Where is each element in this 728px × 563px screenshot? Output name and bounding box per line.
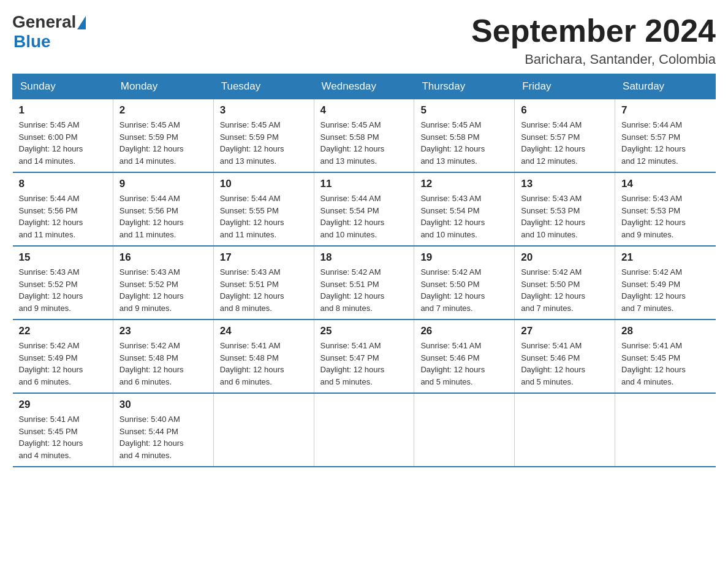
- day-number: 7: [621, 104, 709, 117]
- day-number: 3: [220, 104, 308, 117]
- day-number: 2: [119, 104, 207, 117]
- table-row: 29 Sunrise: 5:41 AM Sunset: 5:45 PM Dayl…: [13, 393, 113, 467]
- calendar-header-row: Sunday Monday Tuesday Wednesday Thursday…: [13, 74, 716, 99]
- day-info: Sunrise: 5:43 AM Sunset: 5:53 PM Dayligh…: [521, 193, 609, 240]
- table-row: 25 Sunrise: 5:41 AM Sunset: 5:47 PM Dayl…: [314, 320, 414, 393]
- day-info: Sunrise: 5:45 AM Sunset: 6:00 PM Dayligh…: [19, 119, 107, 167]
- calendar-title: September 2024: [471, 12, 716, 49]
- table-row: 17 Sunrise: 5:43 AM Sunset: 5:51 PM Dayl…: [213, 246, 314, 320]
- table-row: [314, 393, 414, 467]
- table-row: [615, 393, 716, 467]
- day-info: Sunrise: 5:41 AM Sunset: 5:46 PM Dayligh…: [521, 340, 609, 388]
- day-number: 8: [19, 178, 107, 190]
- calendar-week-row: 22 Sunrise: 5:42 AM Sunset: 5:49 PM Dayl…: [13, 320, 716, 393]
- table-row: 19 Sunrise: 5:42 AM Sunset: 5:50 PM Dayl…: [414, 246, 515, 320]
- col-monday: Monday: [113, 74, 213, 99]
- day-info: Sunrise: 5:42 AM Sunset: 5:49 PM Dayligh…: [19, 340, 107, 388]
- table-row: 11 Sunrise: 5:44 AM Sunset: 5:54 PM Dayl…: [314, 172, 414, 246]
- calendar-week-row: 1 Sunrise: 5:45 AM Sunset: 6:00 PM Dayli…: [13, 99, 716, 173]
- day-info: Sunrise: 5:41 AM Sunset: 5:46 PM Dayligh…: [420, 340, 508, 388]
- calendar-subtitle: Barichara, Santander, Colombia: [471, 52, 716, 67]
- table-row: [213, 393, 314, 467]
- day-info: Sunrise: 5:43 AM Sunset: 5:51 PM Dayligh…: [220, 266, 308, 314]
- table-row: 26 Sunrise: 5:41 AM Sunset: 5:46 PM Dayl…: [414, 320, 515, 393]
- day-number: 24: [220, 325, 308, 337]
- day-info: Sunrise: 5:45 AM Sunset: 5:59 PM Dayligh…: [220, 119, 308, 167]
- col-thursday: Thursday: [414, 74, 515, 99]
- day-number: 12: [420, 178, 508, 190]
- day-info: Sunrise: 5:42 AM Sunset: 5:49 PM Dayligh…: [621, 266, 709, 314]
- day-info: Sunrise: 5:43 AM Sunset: 5:52 PM Dayligh…: [119, 266, 207, 314]
- day-number: 30: [119, 399, 207, 411]
- table-row: [414, 393, 515, 467]
- day-number: 6: [521, 104, 609, 117]
- table-row: 10 Sunrise: 5:44 AM Sunset: 5:55 PM Dayl…: [213, 172, 314, 246]
- table-row: 4 Sunrise: 5:45 AM Sunset: 5:58 PM Dayli…: [314, 99, 414, 173]
- day-number: 4: [320, 104, 408, 117]
- day-info: Sunrise: 5:43 AM Sunset: 5:53 PM Dayligh…: [621, 193, 709, 240]
- day-info: Sunrise: 5:45 AM Sunset: 5:58 PM Dayligh…: [420, 119, 508, 167]
- day-number: 25: [320, 325, 408, 337]
- day-info: Sunrise: 5:43 AM Sunset: 5:54 PM Dayligh…: [420, 193, 508, 240]
- day-number: 1: [19, 104, 107, 117]
- logo-triangle-icon: [77, 16, 86, 29]
- day-info: Sunrise: 5:41 AM Sunset: 5:47 PM Dayligh…: [320, 340, 408, 388]
- col-sunday: Sunday: [13, 74, 113, 99]
- day-number: 11: [320, 178, 408, 190]
- day-number: 28: [621, 325, 709, 337]
- day-number: 18: [320, 251, 408, 264]
- table-row: 15 Sunrise: 5:43 AM Sunset: 5:52 PM Dayl…: [13, 246, 113, 320]
- day-info: Sunrise: 5:42 AM Sunset: 5:51 PM Dayligh…: [320, 266, 408, 314]
- title-block: September 2024 Barichara, Santander, Col…: [471, 12, 716, 67]
- logo-blue: Blue: [13, 32, 51, 52]
- day-info: Sunrise: 5:44 AM Sunset: 5:57 PM Dayligh…: [621, 119, 709, 167]
- day-info: Sunrise: 5:44 AM Sunset: 5:57 PM Dayligh…: [521, 119, 609, 167]
- day-info: Sunrise: 5:42 AM Sunset: 5:50 PM Dayligh…: [521, 266, 609, 314]
- logo: General Blue: [12, 12, 86, 52]
- day-info: Sunrise: 5:44 AM Sunset: 5:55 PM Dayligh…: [220, 193, 308, 240]
- table-row: 22 Sunrise: 5:42 AM Sunset: 5:49 PM Dayl…: [13, 320, 113, 393]
- calendar-table: Sunday Monday Tuesday Wednesday Thursday…: [12, 74, 716, 467]
- col-friday: Friday: [515, 74, 615, 99]
- table-row: 20 Sunrise: 5:42 AM Sunset: 5:50 PM Dayl…: [515, 246, 615, 320]
- day-number: 26: [420, 325, 508, 337]
- day-info: Sunrise: 5:45 AM Sunset: 5:59 PM Dayligh…: [119, 119, 207, 167]
- calendar-week-row: 8 Sunrise: 5:44 AM Sunset: 5:56 PM Dayli…: [13, 172, 716, 246]
- table-row: 24 Sunrise: 5:41 AM Sunset: 5:48 PM Dayl…: [213, 320, 314, 393]
- day-number: 21: [621, 251, 709, 264]
- calendar-week-row: 29 Sunrise: 5:41 AM Sunset: 5:45 PM Dayl…: [13, 393, 716, 467]
- table-row: 27 Sunrise: 5:41 AM Sunset: 5:46 PM Dayl…: [515, 320, 615, 393]
- day-number: 22: [19, 325, 107, 337]
- col-wednesday: Wednesday: [314, 74, 414, 99]
- day-number: 19: [420, 251, 508, 264]
- col-saturday: Saturday: [615, 74, 716, 99]
- table-row: 16 Sunrise: 5:43 AM Sunset: 5:52 PM Dayl…: [113, 246, 213, 320]
- table-row: 3 Sunrise: 5:45 AM Sunset: 5:59 PM Dayli…: [213, 99, 314, 173]
- day-info: Sunrise: 5:42 AM Sunset: 5:50 PM Dayligh…: [420, 266, 508, 314]
- table-row: 8 Sunrise: 5:44 AM Sunset: 5:56 PM Dayli…: [13, 172, 113, 246]
- day-number: 17: [220, 251, 308, 264]
- day-info: Sunrise: 5:43 AM Sunset: 5:52 PM Dayligh…: [19, 266, 107, 314]
- table-row: 18 Sunrise: 5:42 AM Sunset: 5:51 PM Dayl…: [314, 246, 414, 320]
- table-row: 30 Sunrise: 5:40 AM Sunset: 5:44 PM Dayl…: [113, 393, 213, 467]
- table-row: 6 Sunrise: 5:44 AM Sunset: 5:57 PM Dayli…: [515, 99, 615, 173]
- day-number: 23: [119, 325, 207, 337]
- table-row: 2 Sunrise: 5:45 AM Sunset: 5:59 PM Dayli…: [113, 99, 213, 173]
- table-row: 12 Sunrise: 5:43 AM Sunset: 5:54 PM Dayl…: [414, 172, 515, 246]
- day-number: 5: [420, 104, 508, 117]
- day-number: 20: [521, 251, 609, 264]
- day-info: Sunrise: 5:41 AM Sunset: 5:45 PM Dayligh…: [621, 340, 709, 388]
- table-row: 28 Sunrise: 5:41 AM Sunset: 5:45 PM Dayl…: [615, 320, 716, 393]
- table-row: 9 Sunrise: 5:44 AM Sunset: 5:56 PM Dayli…: [113, 172, 213, 246]
- day-number: 9: [119, 178, 207, 190]
- day-number: 13: [521, 178, 609, 190]
- table-row: 7 Sunrise: 5:44 AM Sunset: 5:57 PM Dayli…: [615, 99, 716, 173]
- day-number: 27: [521, 325, 609, 337]
- day-number: 14: [621, 178, 709, 190]
- day-number: 15: [19, 251, 107, 264]
- table-row: 23 Sunrise: 5:42 AM Sunset: 5:48 PM Dayl…: [113, 320, 213, 393]
- table-row: 13 Sunrise: 5:43 AM Sunset: 5:53 PM Dayl…: [515, 172, 615, 246]
- day-number: 10: [220, 178, 308, 190]
- table-row: 5 Sunrise: 5:45 AM Sunset: 5:58 PM Dayli…: [414, 99, 515, 173]
- table-row: 21 Sunrise: 5:42 AM Sunset: 5:49 PM Dayl…: [615, 246, 716, 320]
